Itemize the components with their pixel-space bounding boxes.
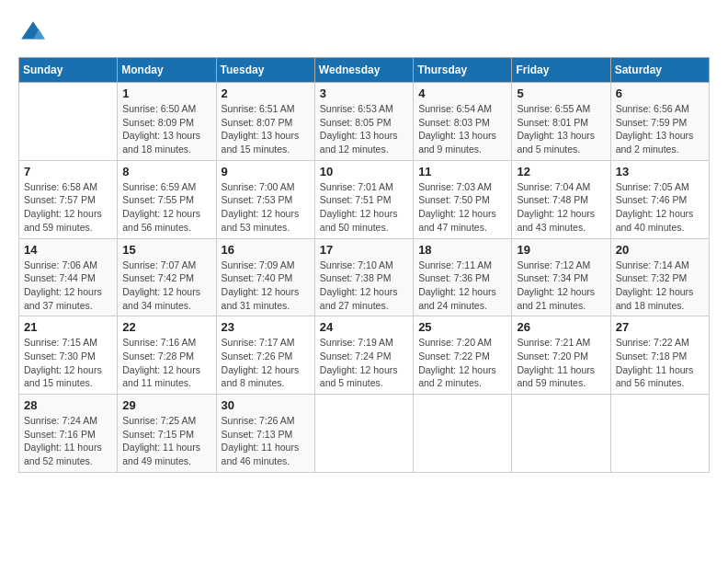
header-monday: Monday	[118, 58, 216, 83]
day-cell: 5Sunrise: 6:55 AM Sunset: 8:01 PM Daylig…	[512, 83, 610, 161]
day-cell	[19, 83, 118, 161]
day-cell: 25Sunrise: 7:20 AM Sunset: 7:22 PM Dayli…	[414, 316, 512, 395]
day-info: Sunrise: 7:19 AM Sunset: 7:24 PM Dayligh…	[320, 336, 408, 390]
day-cell: 8Sunrise: 6:59 AM Sunset: 7:55 PM Daylig…	[118, 160, 216, 238]
day-info: Sunrise: 7:12 AM Sunset: 7:34 PM Dayligh…	[517, 259, 605, 313]
day-info: Sunrise: 7:16 AM Sunset: 7:28 PM Dayligh…	[122, 336, 210, 390]
day-cell: 9Sunrise: 7:00 AM Sunset: 7:53 PM Daylig…	[216, 160, 314, 238]
day-cell: 17Sunrise: 7:10 AM Sunset: 7:38 PM Dayli…	[314, 238, 413, 316]
day-cell: 22Sunrise: 7:16 AM Sunset: 7:28 PM Dayli…	[118, 316, 216, 395]
calendar-table: SundayMondayTuesdayWednesdayThursdayFrid…	[18, 57, 710, 473]
day-number: 7	[24, 165, 112, 178]
day-number: 29	[122, 398, 210, 412]
day-number: 14	[24, 243, 112, 257]
day-cell	[610, 395, 709, 473]
day-cell: 14Sunrise: 7:06 AM Sunset: 7:44 PM Dayli…	[19, 238, 118, 316]
day-info: Sunrise: 6:50 AM Sunset: 8:09 PM Dayligh…	[122, 102, 210, 156]
header-sunday: Sunday	[19, 58, 118, 83]
day-info: Sunrise: 6:56 AM Sunset: 7:59 PM Dayligh…	[616, 102, 704, 156]
header-row: SundayMondayTuesdayWednesdayThursdayFrid…	[19, 58, 710, 83]
day-cell: 19Sunrise: 7:12 AM Sunset: 7:34 PM Dayli…	[512, 238, 610, 316]
day-number: 25	[418, 320, 506, 334]
day-info: Sunrise: 7:14 AM Sunset: 7:32 PM Dayligh…	[616, 259, 704, 313]
day-cell: 12Sunrise: 7:04 AM Sunset: 7:48 PM Dayli…	[512, 160, 610, 238]
day-cell: 4Sunrise: 6:54 AM Sunset: 8:03 PM Daylig…	[414, 83, 512, 161]
day-info: Sunrise: 7:11 AM Sunset: 7:36 PM Dayligh…	[418, 259, 506, 313]
day-info: Sunrise: 7:04 AM Sunset: 7:48 PM Dayligh…	[517, 180, 605, 235]
day-cell	[414, 395, 512, 473]
day-cell: 21Sunrise: 7:15 AM Sunset: 7:30 PM Dayli…	[19, 316, 118, 395]
day-number: 26	[517, 320, 605, 334]
day-info: Sunrise: 7:21 AM Sunset: 7:20 PM Dayligh…	[517, 336, 605, 390]
header-thursday: Thursday	[414, 58, 512, 83]
day-number: 9	[222, 165, 310, 178]
week-row-3: 21Sunrise: 7:15 AM Sunset: 7:30 PM Dayli…	[19, 316, 710, 395]
day-info: Sunrise: 7:15 AM Sunset: 7:30 PM Dayligh…	[24, 336, 112, 390]
day-info: Sunrise: 6:51 AM Sunset: 8:07 PM Dayligh…	[222, 102, 310, 156]
week-row-0: 1Sunrise: 6:50 AM Sunset: 8:09 PM Daylig…	[19, 83, 710, 161]
day-number: 22	[122, 320, 210, 334]
day-number: 11	[418, 165, 506, 178]
header-friday: Friday	[512, 58, 610, 83]
day-cell: 20Sunrise: 7:14 AM Sunset: 7:32 PM Dayli…	[610, 238, 709, 316]
day-number: 13	[616, 165, 704, 178]
day-info: Sunrise: 6:53 AM Sunset: 8:05 PM Dayligh…	[320, 102, 408, 156]
day-info: Sunrise: 7:24 AM Sunset: 7:16 PM Dayligh…	[24, 414, 112, 468]
day-cell: 6Sunrise: 6:56 AM Sunset: 7:59 PM Daylig…	[610, 83, 709, 161]
day-info: Sunrise: 6:54 AM Sunset: 8:03 PM Dayligh…	[418, 102, 506, 156]
day-number: 16	[222, 243, 310, 257]
day-number: 19	[517, 243, 605, 257]
day-number: 5	[517, 86, 605, 100]
day-number: 18	[418, 243, 506, 257]
header-saturday: Saturday	[610, 58, 709, 83]
day-number: 23	[222, 320, 310, 334]
day-number: 27	[616, 320, 704, 334]
day-cell: 7Sunrise: 6:58 AM Sunset: 7:57 PM Daylig…	[19, 160, 118, 238]
calendar-body: 1Sunrise: 6:50 AM Sunset: 8:09 PM Daylig…	[19, 83, 710, 473]
day-cell: 2Sunrise: 6:51 AM Sunset: 8:07 PM Daylig…	[216, 83, 314, 161]
page-header	[18, 18, 710, 48]
day-number: 15	[122, 243, 210, 257]
day-info: Sunrise: 7:22 AM Sunset: 7:18 PM Dayligh…	[616, 336, 704, 390]
day-cell: 26Sunrise: 7:21 AM Sunset: 7:20 PM Dayli…	[512, 316, 610, 395]
day-info: Sunrise: 6:59 AM Sunset: 7:55 PM Dayligh…	[122, 180, 210, 235]
day-cell	[314, 395, 413, 473]
day-number: 17	[320, 243, 408, 257]
day-info: Sunrise: 6:58 AM Sunset: 7:57 PM Dayligh…	[24, 180, 112, 235]
day-cell: 28Sunrise: 7:24 AM Sunset: 7:16 PM Dayli…	[19, 395, 118, 473]
day-cell: 27Sunrise: 7:22 AM Sunset: 7:18 PM Dayli…	[610, 316, 709, 395]
day-number: 20	[616, 243, 704, 257]
day-number: 28	[24, 398, 112, 412]
day-cell: 13Sunrise: 7:05 AM Sunset: 7:46 PM Dayli…	[610, 160, 709, 238]
day-cell: 16Sunrise: 7:09 AM Sunset: 7:40 PM Dayli…	[216, 238, 314, 316]
day-info: Sunrise: 7:01 AM Sunset: 7:51 PM Dayligh…	[320, 180, 408, 235]
day-number: 6	[616, 86, 704, 100]
day-number: 24	[320, 320, 408, 334]
day-number: 2	[222, 86, 310, 100]
day-cell: 29Sunrise: 7:25 AM Sunset: 7:15 PM Dayli…	[118, 395, 216, 473]
logo	[18, 18, 51, 48]
week-row-4: 28Sunrise: 7:24 AM Sunset: 7:16 PM Dayli…	[19, 395, 710, 473]
day-cell: 10Sunrise: 7:01 AM Sunset: 7:51 PM Dayli…	[314, 160, 413, 238]
day-info: Sunrise: 7:06 AM Sunset: 7:44 PM Dayligh…	[24, 259, 112, 313]
day-info: Sunrise: 7:25 AM Sunset: 7:15 PM Dayligh…	[122, 414, 210, 468]
day-info: Sunrise: 6:55 AM Sunset: 8:01 PM Dayligh…	[517, 102, 605, 156]
day-cell: 24Sunrise: 7:19 AM Sunset: 7:24 PM Dayli…	[314, 316, 413, 395]
logo-icon	[18, 18, 48, 48]
calendar-header: SundayMondayTuesdayWednesdayThursdayFrid…	[19, 58, 710, 83]
day-number: 4	[418, 86, 506, 100]
day-cell: 23Sunrise: 7:17 AM Sunset: 7:26 PM Dayli…	[216, 316, 314, 395]
day-info: Sunrise: 7:17 AM Sunset: 7:26 PM Dayligh…	[222, 336, 310, 390]
day-number: 3	[320, 86, 408, 100]
header-wednesday: Wednesday	[314, 58, 413, 83]
day-number: 1	[122, 86, 210, 100]
day-info: Sunrise: 7:03 AM Sunset: 7:50 PM Dayligh…	[418, 180, 506, 235]
day-info: Sunrise: 7:00 AM Sunset: 7:53 PM Dayligh…	[222, 180, 310, 235]
day-number: 8	[122, 165, 210, 178]
day-info: Sunrise: 7:20 AM Sunset: 7:22 PM Dayligh…	[418, 336, 506, 390]
week-row-1: 7Sunrise: 6:58 AM Sunset: 7:57 PM Daylig…	[19, 160, 710, 238]
day-cell: 11Sunrise: 7:03 AM Sunset: 7:50 PM Dayli…	[414, 160, 512, 238]
day-info: Sunrise: 7:26 AM Sunset: 7:13 PM Dayligh…	[222, 414, 310, 468]
header-tuesday: Tuesday	[216, 58, 314, 83]
week-row-2: 14Sunrise: 7:06 AM Sunset: 7:44 PM Dayli…	[19, 238, 710, 316]
